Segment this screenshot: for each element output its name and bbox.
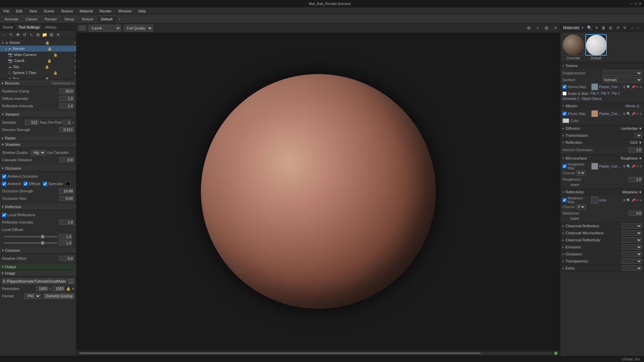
toolbar-back-icon[interactable]: ← [1, 32, 7, 38]
metalness-edit-icon[interactable]: ✏ [636, 198, 639, 202]
cascade-distance-input[interactable] [59, 157, 74, 163]
default-thumbnail[interactable] [585, 34, 607, 56]
albedo-section-header[interactable]: ▾ Albedo: Albedo Q... [560, 103, 644, 109]
toolbar-scale-icon[interactable]: ⤡ [28, 32, 34, 38]
tab-classic[interactable]: Classic [22, 16, 41, 22]
lp-tab-scene[interactable]: Scene [0, 24, 16, 30]
lp-tab-history[interactable]: History [42, 24, 59, 30]
horizon-occlusion-input[interactable] [629, 147, 642, 153]
roughness-pin-icon[interactable]: 📌 [631, 165, 635, 168]
menu-window[interactable]: Window [117, 8, 133, 14]
transparency-header[interactable]: ▸ Transparency: [560, 258, 644, 264]
viewport-add-icon[interactable]: + [535, 25, 541, 31]
shadows-section-header[interactable]: ▾ Shadows [0, 141, 76, 148]
lp-tab-tool-settings[interactable]: Tool Settings [16, 24, 42, 30]
roughness-settings-icon[interactable]: ⚙ [623, 165, 626, 168]
radiance-clamp-input[interactable] [59, 88, 74, 94]
overwrite-button[interactable]: Overwrite Existing [44, 294, 74, 299]
bounces-section-header[interactable]: ▸ Bounces Transmission ▾ [0, 80, 76, 86]
diffusion-section-header[interactable]: ▸ Diffusion: Lambertian ▼ [560, 125, 644, 132]
roughness-remove-icon[interactable]: ✕ [639, 165, 642, 168]
viewport-grid-icon[interactable]: ⊞ [543, 25, 549, 31]
menu-file[interactable]: File [2, 8, 11, 14]
roughness-search-icon[interactable]: 🔍 [627, 165, 631, 168]
roughness-channel-select[interactable]: RGBA [576, 171, 586, 176]
normal-map-search-icon[interactable]: 🔍 [627, 85, 631, 89]
albedo-pin-icon[interactable]: 📌 [631, 112, 635, 116]
mat-duplicate-icon[interactable]: ⧉ [608, 25, 614, 31]
tab-add-button[interactable]: + [117, 16, 123, 22]
flip-z-button[interactable]: Flip Z [611, 92, 620, 96]
raster-section-header[interactable]: ▸ Raster [0, 135, 76, 141]
format-select[interactable]: PNGJPEGEXR [24, 293, 41, 299]
metalness-invert-button[interactable]: Invert [571, 217, 642, 221]
reflection-mat-value[interactable]: GGX ▼ [630, 141, 642, 144]
mat-thumb-default[interactable]: Default [585, 34, 607, 60]
transmission-section-header[interactable]: ▸ Transmission: [560, 132, 644, 139]
mat-forward-icon[interactable]: → [629, 25, 635, 31]
normal-map-checkbox[interactable] [562, 85, 567, 89]
rays-per-pixel-input[interactable] [63, 120, 71, 125]
mat-redo-icon[interactable]: ↻ [622, 25, 628, 31]
albedo-settings-icon[interactable]: ⚙ [623, 112, 626, 116]
menu-view[interactable]: View [28, 8, 39, 14]
denoise-input[interactable] [59, 127, 74, 132]
albedo-edit-icon[interactable]: ✏ [636, 112, 639, 116]
mat-remove-icon[interactable]: ✕ [594, 25, 600, 31]
menu-texture[interactable]: Texture [60, 8, 74, 14]
metalness-map-thumb[interactable] [591, 197, 598, 203]
specular-color-swatch[interactable] [66, 181, 70, 186]
displacement-select[interactable] [603, 70, 642, 76]
tree-item-sky[interactable]: ☁ Sky 🔒 ▸ [0, 64, 76, 70]
occlusion-size-input[interactable] [59, 196, 74, 201]
mat-back-icon[interactable]: ← [636, 25, 642, 31]
clearcoat-reflection-select[interactable] [622, 223, 642, 229]
image-path-input[interactable] [2, 279, 67, 284]
metalness-search-icon[interactable]: 🔍 [627, 198, 631, 202]
tab-animate[interactable]: Animate [1, 16, 21, 22]
generate-z-button[interactable]: Generate Z [562, 97, 580, 101]
transmission-select[interactable] [635, 133, 642, 138]
reflectivity-value[interactable]: Metalness ▼ [623, 190, 642, 194]
albedo-color-swatch[interactable] [562, 118, 569, 123]
window-controls[interactable]: − □ × [630, 1, 641, 6]
samples-input[interactable] [25, 120, 38, 125]
ambient-checkbox[interactable] [2, 182, 6, 186]
minimize-button[interactable]: − [630, 1, 633, 6]
reflection-intensity2-input[interactable] [59, 220, 74, 225]
viewport-camera-button[interactable]: ⬛ [78, 25, 86, 31]
menu-render[interactable]: Render [98, 8, 113, 14]
metalness-remove-icon[interactable]: ✕ [639, 198, 642, 202]
microsurface-section-header[interactable]: ▾ Microsurface: Roughness ▼ [560, 155, 644, 162]
clearcoat-reflectivity-header[interactable]: ▸ Clearcoat Reflectivity: [560, 237, 644, 243]
tab-render[interactable]: Render [42, 16, 60, 22]
flip-y-button[interactable]: Flip Y [601, 92, 609, 96]
output-section-header[interactable]: ▾ Output [0, 264, 76, 270]
clearcoat-reflectivity-select[interactable] [622, 237, 642, 243]
common-section-header[interactable]: ▾ Common [0, 247, 76, 254]
tree-item-cama[interactable]: 📷 CamA 🔒 ▸ [0, 58, 76, 64]
specular-checkbox[interactable] [43, 182, 47, 186]
camera-select[interactable]: CamA Main Camera [89, 25, 121, 32]
occlusion-mat-header[interactable]: ▸ Occlusion: [560, 251, 644, 257]
texture-section-header[interactable]: ▾ Texture [560, 62, 644, 69]
metalness-map-checkbox[interactable] [562, 198, 567, 202]
normal-map-thumb[interactable] [591, 83, 598, 90]
tree-item-main-camera[interactable]: 📷 Main Camera 🔒 ▸ [0, 52, 76, 58]
metalness-pin-icon[interactable]: 📌 [631, 198, 635, 202]
diffuse-checkbox[interactable] [23, 182, 28, 186]
mat-search-icon[interactable]: 🔍 [587, 25, 593, 31]
mat-delete-icon[interactable]: 🗑 [601, 25, 607, 31]
local-reflections-checkbox-label[interactable]: Local Reflections [2, 213, 36, 217]
res-w-input[interactable] [36, 286, 48, 291]
viewport-settings-icon[interactable]: ⚙ [526, 25, 532, 31]
normal-map-settings-icon[interactable]: ⚙ [623, 85, 626, 89]
transparency-select[interactable] [622, 258, 642, 264]
roughness-invert-button[interactable]: Invert [571, 183, 642, 187]
reflection-mat-section-header[interactable]: ▾ Reflection: GGX ▼ [560, 139, 644, 146]
toolbar-cursor-icon[interactable]: ↖ [8, 32, 14, 38]
res-h-input[interactable] [53, 286, 65, 291]
roughness-map-checkbox[interactable] [562, 164, 567, 168]
concrete-thumbnail[interactable] [562, 34, 584, 56]
ambient-occlusion-checkbox[interactable] [2, 174, 6, 179]
